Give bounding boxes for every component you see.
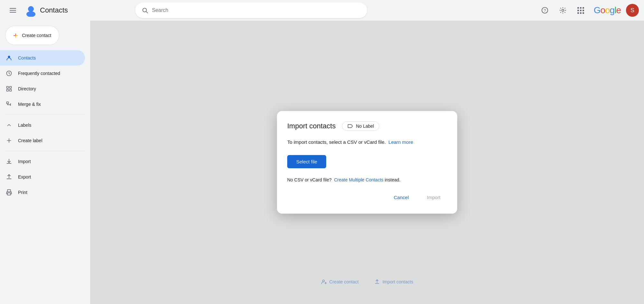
- history-icon: [5, 69, 13, 77]
- modal-container: Import contacts No Label To import conta…: [90, 21, 644, 304]
- help-button[interactable]: ?: [537, 3, 553, 18]
- search-icon: [142, 7, 148, 14]
- select-file-label: Select file: [296, 159, 317, 164]
- sidebar-import-label: Import: [18, 159, 31, 164]
- header: Contacts ?: [0, 0, 644, 21]
- svg-point-9: [562, 9, 564, 11]
- sidebar-item-import[interactable]: Import: [0, 154, 85, 169]
- gear-icon: [559, 7, 566, 14]
- sidebar-divider-2: [5, 151, 85, 151]
- chevron-up-icon: [5, 121, 13, 129]
- directory-icon: [5, 85, 13, 93]
- svg-text:?: ?: [544, 8, 546, 13]
- sidebar-item-frequently-contacted[interactable]: Frequently contacted: [0, 66, 85, 81]
- plus-icon: +: [13, 31, 18, 40]
- contacts-app-icon: [24, 4, 37, 17]
- svg-rect-14: [7, 89, 9, 91]
- sidebar-labels-toggle[interactable]: Labels: [0, 117, 90, 133]
- sidebar-contacts-label: Contacts: [18, 55, 36, 60]
- search-bar: [135, 3, 367, 18]
- svg-point-3: [28, 6, 34, 12]
- no-label-text: No Label: [356, 124, 374, 129]
- label-icon: [347, 124, 353, 128]
- select-file-button[interactable]: Select file: [287, 155, 326, 168]
- header-right: ? Google S: [537, 3, 639, 18]
- sidebar-item-contacts[interactable]: Contacts: [0, 50, 85, 66]
- svg-rect-20: [7, 193, 11, 195]
- svg-rect-19: [7, 190, 11, 192]
- app-title: Contacts: [40, 6, 68, 14]
- sidebar-item-directory[interactable]: Directory: [0, 81, 85, 97]
- sidebar-item-print[interactable]: Print: [0, 185, 85, 200]
- help-icon: ?: [541, 7, 548, 14]
- no-label-button[interactable]: No Label: [342, 121, 379, 131]
- modal-title: Import contacts: [287, 122, 336, 130]
- main-layout: + Create contact Contacts Frequently con…: [0, 21, 644, 304]
- svg-point-4: [26, 11, 35, 17]
- export-icon: [5, 173, 13, 181]
- sidebar: + Create contact Contacts Frequently con…: [0, 21, 90, 304]
- modal-description: To import contacts, select a CSV or vCar…: [287, 139, 447, 146]
- sidebar-merge-label: Merge & fix: [18, 102, 41, 107]
- learn-more-link[interactable]: Learn more: [388, 139, 413, 145]
- svg-rect-1: [10, 10, 16, 11]
- svg-rect-2: [10, 12, 16, 13]
- menu-button[interactable]: [5, 3, 21, 18]
- sidebar-labels-label: Labels: [18, 123, 31, 128]
- sidebar-frequently-label: Frequently contacted: [18, 71, 60, 76]
- svg-rect-16: [7, 102, 9, 104]
- sidebar-create-label-label: Create label: [18, 138, 43, 143]
- sidebar-directory-label: Directory: [18, 86, 36, 91]
- create-contact-label: Create contact: [22, 33, 51, 38]
- sidebar-print-label: Print: [18, 190, 27, 195]
- search-wrapper[interactable]: [135, 3, 367, 18]
- content-area: Create contact Import contacts Import co…: [90, 21, 644, 304]
- svg-line-6: [146, 12, 148, 13]
- sidebar-item-create-label[interactable]: Create label: [0, 133, 85, 148]
- create-contact-button[interactable]: + Create contact: [5, 26, 59, 45]
- header-left: Contacts: [5, 3, 128, 18]
- settings-button[interactable]: [555, 3, 571, 18]
- import-icon: [5, 158, 13, 165]
- sidebar-export-label: Export: [18, 174, 31, 180]
- sidebar-item-merge-fix[interactable]: Merge & fix: [0, 97, 85, 112]
- avatar[interactable]: S: [626, 4, 639, 17]
- hamburger-icon: [10, 8, 16, 13]
- sidebar-item-export[interactable]: Export: [0, 169, 85, 185]
- merge-icon: [5, 100, 13, 108]
- google-logo: Google: [594, 5, 621, 15]
- svg-rect-13: [10, 87, 12, 88]
- svg-rect-0: [10, 8, 16, 9]
- svg-rect-15: [10, 89, 12, 91]
- svg-point-10: [8, 56, 10, 58]
- app-logo[interactable]: Contacts: [24, 4, 68, 17]
- cancel-button[interactable]: Cancel: [387, 191, 415, 203]
- sidebar-divider-1: [5, 115, 85, 115]
- import-contacts-modal: Import contacts No Label To import conta…: [277, 111, 457, 214]
- create-multiple-contacts-link[interactable]: Create Multiple Contacts: [334, 177, 384, 182]
- search-input[interactable]: [152, 7, 361, 13]
- modal-actions: Cancel Import: [287, 191, 447, 203]
- apps-button[interactable]: [573, 3, 589, 18]
- plus-small-icon: [5, 137, 13, 144]
- svg-rect-12: [7, 87, 9, 88]
- modal-footer-text: No CSV or vCard file? Create Multiple Co…: [287, 177, 447, 182]
- print-icon: [5, 189, 13, 196]
- person-icon: [5, 54, 13, 62]
- modal-header: Import contacts No Label: [287, 121, 447, 131]
- import-button[interactable]: Import: [420, 191, 447, 203]
- grid-dots-icon: [577, 7, 584, 14]
